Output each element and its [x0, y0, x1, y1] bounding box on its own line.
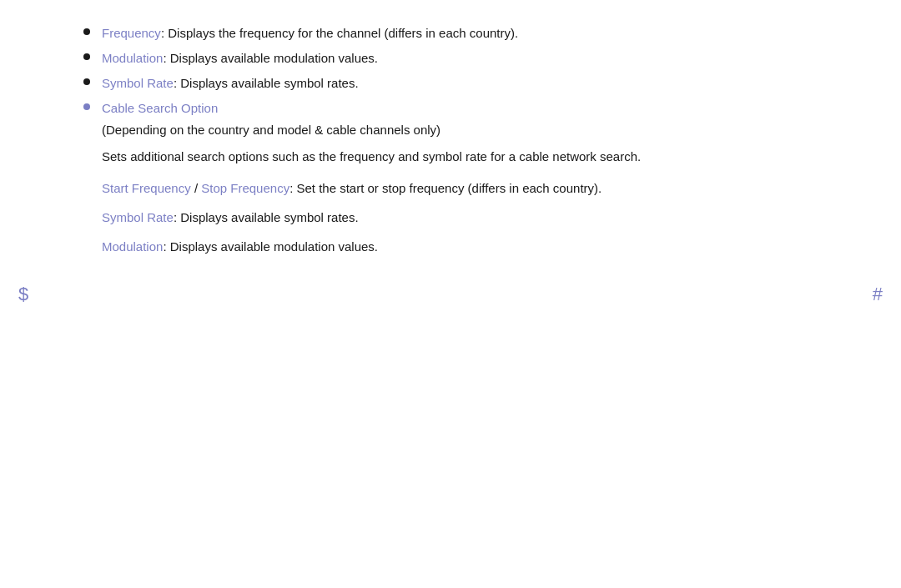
- modulation-term: Modulation: [102, 51, 163, 65]
- frequency-separator: /: [191, 181, 202, 195]
- bullet-modulation: [83, 53, 90, 60]
- symbol-rate-desc: : Displays available symbol rates.: [174, 76, 359, 90]
- cable-symbol-rate-desc: : Displays available symbol rates.: [174, 210, 359, 224]
- page-container: $ # Frequency: Displays the frequency fo…: [0, 0, 901, 588]
- bullet-frequency: [83, 28, 90, 35]
- cable-modulation-term: Modulation: [102, 239, 163, 254]
- start-frequency-term: Start Frequency: [102, 181, 191, 195]
- list-item-frequency: Frequency: Displays the frequency for th…: [83, 23, 834, 43]
- cable-symbol-rate-term: Symbol Rate: [102, 210, 174, 224]
- top-list: Frequency: Displays the frequency for th…: [83, 23, 834, 257]
- cable-content: Cable Search Option (Depending on the co…: [102, 98, 834, 257]
- modulation-line: Modulation: Displays available modulatio…: [102, 237, 834, 258]
- list-item-cable: Cable Search Option (Depending on the co…: [83, 98, 834, 257]
- symbol-rate-line: Symbol Rate: Displays available symbol r…: [102, 208, 834, 229]
- symbol-rate-content: Symbol Rate: Displays available symbol r…: [102, 73, 834, 93]
- frequency-desc: : Displays the frequency for the channel…: [161, 26, 518, 40]
- main-content: Frequency: Displays the frequency for th…: [67, 15, 834, 257]
- modulation-desc: : Displays available modulation values.: [163, 51, 378, 65]
- cable-title: Cable Search Option: [102, 101, 218, 115]
- side-marker-right: #: [873, 284, 883, 305]
- side-marker-left: $: [18, 284, 28, 305]
- frequency-range-line: Start Frequency / Stop Frequency: Set th…: [102, 178, 834, 199]
- cable-modulation-desc: : Displays available modulation values.: [163, 239, 378, 254]
- bullet-symbol-rate: [83, 78, 90, 85]
- symbol-rate-term: Symbol Rate: [102, 76, 174, 90]
- bullet-cable: [83, 103, 90, 110]
- list-item-modulation: Modulation: Displays available modulatio…: [83, 48, 834, 68]
- list-item-symbol-rate: Symbol Rate: Displays available symbol r…: [83, 73, 834, 93]
- frequency-content: Frequency: Displays the frequency for th…: [102, 23, 834, 43]
- stop-frequency-term: Stop Frequency: [201, 181, 289, 195]
- frequency-range-desc: : Set the start or stop frequency (diffe…: [289, 181, 602, 195]
- cable-description: Sets additional search options such as t…: [102, 147, 834, 167]
- cable-sub-section: (Depending on the country and model & ca…: [102, 120, 834, 257]
- frequency-term: Frequency: [102, 26, 161, 40]
- modulation-content: Modulation: Displays available modulatio…: [102, 48, 834, 68]
- cable-parenthetical: (Depending on the country and model & ca…: [102, 120, 834, 140]
